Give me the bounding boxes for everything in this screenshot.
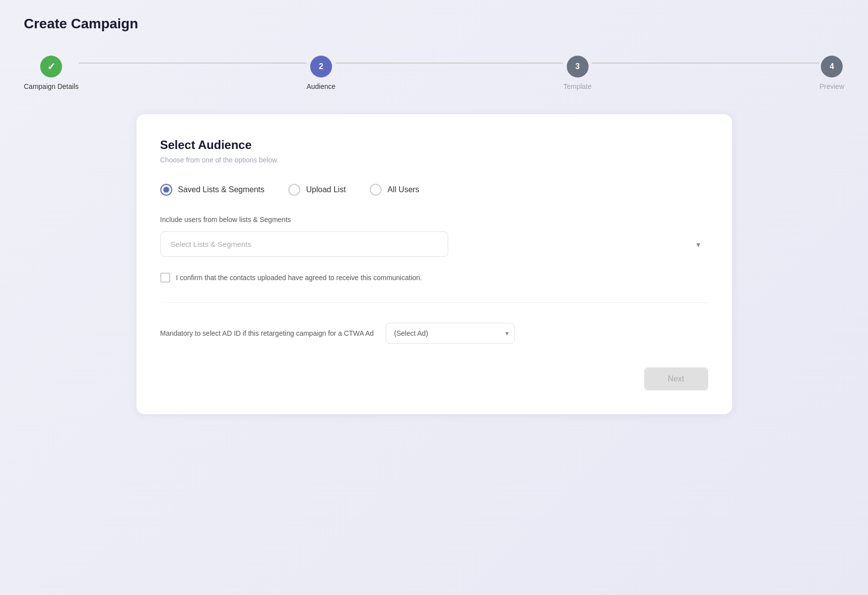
step-campaign-details: Campaign Details (24, 56, 79, 90)
lists-segments-chevron-icon: ▾ (696, 239, 700, 249)
connector-1-2 (79, 63, 307, 64)
step-2-circle: 2 (310, 56, 332, 77)
connector-3-4 (592, 63, 819, 64)
ad-id-label: Mandatory to select AD ID if this retarg… (160, 329, 374, 337)
step-preview: 4 Preview (819, 56, 844, 90)
radio-all-outer (370, 184, 382, 196)
step-4-label: Preview (819, 82, 844, 90)
stepper: Campaign Details 2 Audience 3 Template 4… (24, 56, 844, 90)
step-3-circle: 3 (567, 56, 589, 77)
radio-all-users[interactable]: All Users (370, 184, 419, 196)
radio-upload-outer (288, 184, 300, 196)
lists-segments-wrapper: Select Lists & Segments ▾ (160, 231, 708, 257)
connector-2-3 (335, 63, 563, 64)
radio-upload-list[interactable]: Upload List (288, 184, 346, 196)
page-title: Create Campaign (24, 16, 844, 32)
include-users-label: Include users from below lists & Segment… (160, 216, 708, 223)
step-1-circle (40, 56, 62, 77)
confirmation-checkbox-row: I confirm that the contacts uploaded hav… (160, 273, 708, 303)
card-title: Select Audience (160, 138, 708, 152)
ad-id-row: Mandatory to select AD ID if this retarg… (160, 323, 708, 344)
audience-radio-group: Saved Lists & Segments Upload List All U… (160, 184, 708, 196)
radio-saved-inner (163, 187, 169, 193)
step-2-label: Audience (307, 82, 335, 90)
radio-all-label: All Users (388, 185, 419, 194)
radio-upload-label: Upload List (306, 185, 346, 194)
select-audience-card: Select Audience Choose from one of the o… (136, 114, 732, 414)
card-footer: Next (160, 368, 708, 390)
checkmark-icon (47, 61, 56, 73)
radio-saved-label: Saved Lists & Segments (178, 185, 265, 194)
confirmation-checkbox[interactable] (160, 273, 170, 283)
ad-select-wrapper: (Select Ad) ▾ (386, 323, 515, 344)
radio-saved-lists[interactable]: Saved Lists & Segments (160, 184, 265, 196)
step-template: 3 Template (563, 56, 592, 90)
step-4-circle: 4 (821, 56, 843, 77)
confirmation-label: I confirm that the contacts uploaded hav… (176, 274, 422, 282)
step-3-label: Template (563, 82, 592, 90)
step-audience: 2 Audience (307, 56, 335, 90)
lists-segments-select[interactable]: Select Lists & Segments (160, 231, 448, 257)
step-1-label: Campaign Details (24, 82, 79, 90)
next-button[interactable]: Next (644, 368, 708, 390)
card-subtitle: Choose from one of the options below (160, 156, 708, 164)
radio-saved-outer (160, 184, 172, 196)
ad-select[interactable]: (Select Ad) (386, 323, 515, 344)
